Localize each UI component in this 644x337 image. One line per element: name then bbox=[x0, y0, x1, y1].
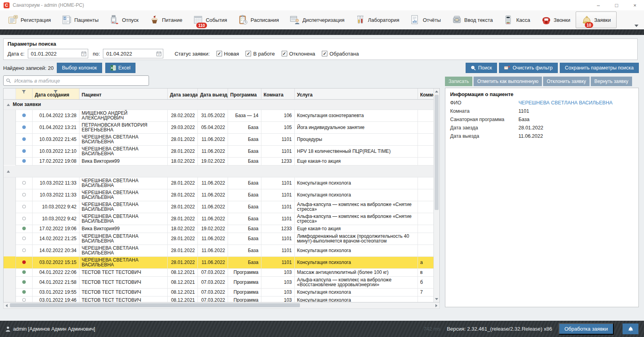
cell-service[interactable]: Еще какая-то акция bbox=[294, 225, 418, 233]
cell-departure[interactable]: 07.03.2022 bbox=[197, 276, 228, 288]
process-request-button[interactable]: Обработка заявки bbox=[559, 323, 614, 335]
search-button[interactable]: Поиск bbox=[466, 63, 497, 73]
cell-comment[interactable] bbox=[418, 189, 434, 201]
cell-program[interactable]: База bbox=[228, 133, 261, 145]
cell-comment[interactable] bbox=[418, 110, 434, 121]
toolbar-item-food[interactable]: Питание bbox=[144, 12, 188, 28]
cell-patient[interactable]: ТЕСТОВ ТЕСТ ТЕСТОВИЧ bbox=[79, 276, 167, 288]
cell-departure[interactable]: 31.05.2022 bbox=[197, 110, 228, 121]
cell-room[interactable]: 1101 bbox=[261, 133, 294, 145]
cell-program[interactable]: База bbox=[228, 213, 261, 225]
date-from-input[interactable] bbox=[28, 49, 88, 58]
cell-room[interactable]: 1101 bbox=[261, 233, 294, 245]
cell-status[interactable] bbox=[15, 288, 32, 296]
toolbar-item-laboratory[interactable]: Лаборатория bbox=[350, 12, 404, 28]
patient-name-link[interactable]: ЧЕРЕШНЕВА СВЕТЛАНА ВАСИЛЬЕВНА bbox=[518, 100, 613, 106]
cell-departure[interactable]: 11.06.2022 bbox=[197, 177, 228, 189]
cell-departure[interactable]: 11.06.2022 bbox=[197, 133, 228, 145]
table-row[interactable]: 10.03.2022 9:42ЧЕРЕШНЕВА СВЕТЛАНА ВАСИЛЬ… bbox=[4, 201, 434, 213]
cell-status[interactable] bbox=[15, 268, 32, 276]
cell-created[interactable]: 03.01.2022 19:46 bbox=[32, 296, 79, 302]
table-row[interactable]: 14.02.2022 21:25ЧЕРЕШНЕВА СВЕТЛАНА ВАСИЛ… bbox=[4, 233, 434, 245]
scroll-left-arrow-icon[interactable] bbox=[4, 302, 10, 308]
column-header-created[interactable]: Дата создания bbox=[32, 89, 79, 99]
cell-service[interactable]: HPV 18 количественный ПЦР(REAL TIME) bbox=[294, 145, 418, 157]
cell-status[interactable] bbox=[15, 201, 32, 213]
cell-patient[interactable]: ЧЕРЕШНЕВА СВЕТЛАНА ВАСИЛЬЕВНА bbox=[79, 245, 167, 256]
toolbar-item-calls[interactable]: Звонки bbox=[536, 12, 576, 28]
cell-arrival[interactable]: 28.01.2022 bbox=[167, 245, 197, 256]
cell-departure[interactable]: 07.03.2022 bbox=[197, 268, 228, 276]
cell-program[interactable]: База bbox=[228, 201, 261, 213]
cell-program[interactable]: Программа bbox=[228, 268, 261, 276]
cell-comment[interactable] bbox=[418, 121, 434, 133]
calendar-picker-icon[interactable]: 7 bbox=[157, 51, 161, 58]
cell-arrival[interactable]: 28.01.2022 bbox=[167, 145, 197, 157]
cell-service[interactable]: Процедуры bbox=[294, 133, 418, 145]
cell-arrival[interactable]: 28.02.2022 bbox=[167, 110, 197, 121]
cell-patient[interactable]: ЧЕРЕШНЕВА СВЕТЛАНА ВАСИЛЬЕВНА bbox=[79, 233, 167, 245]
toolbar-item-patients[interactable]: Пациенты bbox=[56, 12, 104, 28]
cell-arrival[interactable]: 28.01.2022 bbox=[167, 189, 197, 201]
cell-room[interactable]: 1101 bbox=[261, 145, 294, 157]
date-to-input[interactable] bbox=[103, 49, 163, 58]
cell-arrival[interactable]: 28.01.2022 bbox=[167, 213, 197, 225]
cell-service[interactable]: Консультация психолога bbox=[294, 189, 418, 201]
cell-patient[interactable]: ЧЕРЕШНЕВА СВЕТЛАНА ВАСИЛЬЕВНА bbox=[79, 177, 167, 189]
cell-patient[interactable]: ТЕСТОВ ТЕСТ ТЕСТОВИЧ bbox=[79, 296, 167, 302]
minimize-button[interactable]: – bbox=[589, 0, 607, 10]
group-header-row[interactable] bbox=[4, 165, 434, 177]
cell-patient[interactable]: ЧЕРЕШНЕВА СВЕТЛАНА ВАСИЛЬЕВНА bbox=[79, 133, 167, 145]
toolbar-item-vacation[interactable]: Отпуск bbox=[104, 12, 144, 28]
cell-created[interactable]: 01.04.2022 13:21 bbox=[32, 121, 79, 133]
cell-program[interactable]: Программа bbox=[228, 296, 261, 302]
cell-program[interactable]: База bbox=[228, 121, 261, 133]
cell-status[interactable] bbox=[15, 157, 32, 165]
cell-comment[interactable] bbox=[418, 157, 434, 165]
cell-arrival[interactable]: 08.12.2021 bbox=[167, 276, 197, 288]
cell-room[interactable]: 1101 bbox=[261, 245, 294, 256]
cell-departure[interactable]: 11.06.2022 bbox=[197, 213, 228, 225]
table-row[interactable]: 04.01.2022 22:06ТЕСТОВ ТЕСТ ТЕСТОВИЧ08.1… bbox=[4, 268, 434, 276]
cell-room[interactable]: 103 bbox=[261, 296, 294, 302]
cell-comment[interactable] bbox=[418, 213, 434, 225]
status-checkbox-2[interactable]: ✓В работе bbox=[246, 51, 275, 57]
table-row[interactable]: 03.01.2022 19:55ТЕСТОВ ТЕСТ ТЕСТОВИЧ08.1… bbox=[4, 288, 434, 296]
cell-comment[interactable] bbox=[418, 145, 434, 157]
cell-departure[interactable]: 11.06.2022 bbox=[197, 256, 228, 268]
table-row[interactable]: 03.02.2022 15:15ЧЕРЕШНЕВА СВЕТЛАНА ВАСИЛ… bbox=[4, 256, 434, 268]
cell-patient[interactable]: ТЕСТОВ ТЕСТ ТЕСТОВИЧ bbox=[79, 288, 167, 296]
cell-arrival[interactable]: 28.01.2022 bbox=[167, 177, 197, 189]
cell-room[interactable]: 1101 bbox=[261, 177, 294, 189]
cell-created[interactable]: 04.01.2022 22:06 bbox=[32, 268, 79, 276]
cell-comment[interactable] bbox=[418, 233, 434, 245]
scroll-right-arrow-icon[interactable] bbox=[433, 302, 439, 308]
clear-filter-button[interactable]: Очистить фильтр bbox=[499, 63, 558, 73]
cell-departure[interactable]: 19.02.2022 bbox=[197, 157, 228, 165]
cell-created[interactable]: 03.01.2022 19:55 bbox=[32, 288, 79, 296]
cell-patient[interactable]: ТЕСТОВ ТЕСТ ТЕСТОВИЧ bbox=[79, 268, 167, 276]
cell-status[interactable] bbox=[15, 189, 32, 201]
cell-departure[interactable]: 11.06.2022 bbox=[197, 233, 228, 245]
table-row[interactable]: 01.04.2022 13:21ПЕТРАНОВСКАЯ ВИКТОРИЯ ЕВ… bbox=[4, 121, 434, 133]
cell-created[interactable]: 04.01.2022 21:58 bbox=[32, 276, 79, 288]
filter-funnel-icon[interactable] bbox=[54, 89, 58, 95]
cell-arrival[interactable]: 29.03.2022 bbox=[167, 121, 197, 133]
cell-patient[interactable]: ЧЕРЕШНЕВА СВЕТЛАНА ВАСИЛЬЕВНА bbox=[79, 145, 167, 157]
table-row[interactable]: 10.03.2022 11:33ЧЕРЕШНЕВА СВЕТЛАНА ВАСИЛ… bbox=[4, 189, 434, 201]
table-row[interactable]: 17.02.2022 19:08Вика Виктория9918.02.202… bbox=[4, 157, 434, 165]
cell-created[interactable]: 14.02.2022 20:34 bbox=[32, 245, 79, 256]
cell-comment[interactable] bbox=[418, 133, 434, 145]
toolbar-item-schedules[interactable]: Расписания bbox=[232, 12, 284, 28]
cell-departure[interactable]: 11.06.2022 bbox=[197, 245, 228, 256]
cell-service[interactable]: Консультация психолога bbox=[294, 296, 418, 302]
cell-program[interactable]: База bbox=[228, 177, 261, 189]
toolbar-item-text-input[interactable]: Ввод текста bbox=[446, 12, 498, 28]
cell-patient[interactable]: ЧЕРЕШНЕВА СВЕТЛАНА ВАСИЛЬЕВНА bbox=[79, 201, 167, 213]
horizontal-scrollbar-thumb[interactable] bbox=[10, 303, 300, 307]
cell-program[interactable]: База bbox=[228, 145, 261, 157]
cell-program[interactable]: База — 14 bbox=[228, 110, 261, 121]
column-header-patient[interactable]: Пациент bbox=[79, 89, 167, 99]
cell-service[interactable]: Йога индивидуальное занятие bbox=[294, 121, 418, 133]
toolbar-item-requests[interactable]: Заявки10 bbox=[576, 12, 617, 28]
